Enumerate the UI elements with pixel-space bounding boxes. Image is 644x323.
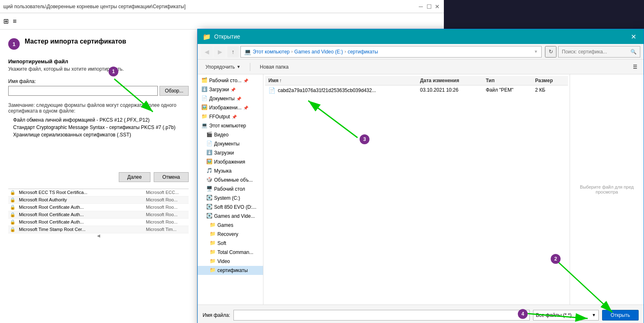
browse-button[interactable]: Обзор... — [159, 86, 189, 96]
folder-icon: 🎵 — [206, 168, 212, 174]
breadcrumb-folder[interactable]: сертификаты — [348, 49, 378, 55]
folder-icon: 💽 — [206, 195, 212, 201]
sidebar-item-label: Музыка — [214, 168, 231, 174]
pin-icon: 📌 — [243, 106, 248, 110]
forward-button[interactable]: ▶ — [214, 46, 226, 58]
sidebar-item-label: Изображени... — [209, 105, 242, 111]
sidebar-item[interactable]: 🖥️Рабочий стол — [198, 185, 263, 194]
sidebar-item[interactable]: 💽System (C:) — [198, 194, 263, 203]
sidebar-item-label: System (C:) — [214, 195, 240, 201]
folder-icon: 📁 — [209, 267, 216, 274]
open-button[interactable]: Открыть — [602, 310, 639, 321]
note-item-3: Хранилище сериализованных сертификатов (… — [13, 132, 189, 138]
dialog-files: Имя ↑ Дата изменения Тип Размер — [263, 74, 644, 305]
cert-name: Microsoft Root Certificate Auth... — [19, 205, 146, 210]
sidebar-item-label: Games — [217, 222, 233, 228]
sidebar-item[interactable]: 🎲Объемные объ... — [198, 175, 263, 185]
file-row[interactable]: 📄 cabd2a79a1076a31f21d253635cb039d432...… — [265, 85, 568, 95]
cert-issuer: Microsoft Roo... — [146, 205, 187, 210]
sidebar-item[interactable]: 📁сертификаты — [198, 266, 263, 275]
sidebar-item[interactable]: 🎬Видео — [198, 130, 263, 139]
sidebar-item[interactable]: 📁Soft — [198, 239, 263, 248]
wizard-description: Укажите файл, который вы хотите импортир… — [8, 66, 189, 72]
sidebar-item[interactable]: 💽Soft 850 EVO (D:... — [198, 203, 263, 212]
sidebar-item[interactable]: 💻Этот компьютер — [198, 121, 263, 130]
sidebar-item[interactable]: 🎵Музыка — [198, 166, 263, 175]
folder-icon: 📁 — [209, 258, 216, 265]
note-item-2: Стандарт Cryptographic Message Syntax - … — [13, 125, 189, 130]
sidebar-item-label: Загрузки — [214, 150, 234, 156]
filetype-dropdown[interactable]: Все файлы (*.*) ▼ — [533, 310, 599, 321]
sidebar-item[interactable]: 📁FFOutput📌 — [198, 112, 263, 121]
folder-icon: 🖼️ — [206, 159, 212, 165]
cert-name: Microsoft ECC TS Root Certifica... — [19, 190, 146, 195]
col-size[interactable]: Размер — [533, 77, 566, 84]
breadcrumb-computer[interactable]: Этот компьютер — [253, 49, 290, 55]
folder-icon: 📁 — [209, 222, 216, 228]
sidebar-item-label: Видео — [214, 132, 229, 138]
wizard-title: Мастер импорта сертификатов — [25, 38, 126, 45]
sidebar-item[interactable]: 📁Recovery — [198, 230, 263, 239]
cert-list-row[interactable]: 🔒Microsoft Root Certificate Auth...Micro… — [8, 204, 189, 211]
file-list-area: Имя ↑ Дата изменения Тип Размер — [263, 74, 570, 305]
toolbar-separator — [250, 63, 250, 71]
sidebar-item-label: Video — [217, 258, 230, 264]
dialog-close-button[interactable]: ✕ — [628, 31, 639, 42]
sidebar-item[interactable]: 🖼️Изображени...📌 — [198, 103, 263, 112]
folder-icon: 🎬 — [206, 132, 212, 138]
sidebar-item-label: Soft 850 EVO (D:... — [214, 204, 256, 210]
col-type[interactable]: Тип — [484, 77, 533, 84]
search-input[interactable] — [562, 49, 630, 55]
organize-label: Упорядочить — [205, 64, 235, 70]
cert-issuer: Microsoft Tim... — [146, 227, 187, 232]
view-icon: ☰ — [633, 64, 637, 70]
sidebar-item[interactable]: 💽Games and Vide... — [198, 212, 263, 221]
dialog-title-icon: 📁 — [203, 33, 211, 41]
cert-icon: 🔒 — [10, 190, 17, 195]
sidebar-item[interactable]: 📁Video — [198, 257, 263, 266]
organize-button[interactable]: Упорядочить ▼ — [201, 62, 245, 72]
filename-label: Имя файла: — [8, 78, 189, 84]
file-date: 03.10.2021 10:26 — [418, 87, 484, 94]
cert-icon: 🔒 — [10, 197, 17, 203]
folder-icon: ⬇️ — [201, 86, 208, 93]
refresh-button[interactable]: ↻ — [545, 46, 556, 58]
sidebar-item[interactable]: ⬇️Загрузки — [198, 148, 263, 157]
cert-list-row[interactable]: 🔒Microsoft Root Certificate Auth...Micro… — [8, 219, 189, 226]
sidebar-item[interactable]: 📁Total Comman... — [198, 248, 263, 257]
sidebar-item[interactable]: 📁Games — [198, 221, 263, 230]
cert-list-row[interactable]: 🔒Microsoft Root Certificate Auth...Micro… — [8, 211, 189, 219]
cert-list-row[interactable]: 🔒Microsoft Root AuthorityMicrosoft Roo..… — [8, 196, 189, 204]
new-folder-button[interactable]: Новая папка — [255, 62, 293, 72]
up-button[interactable]: ↑ — [227, 46, 239, 58]
note-section: Замечание: следующие форматы файлов могу… — [8, 102, 189, 114]
search-icon: 🔍 — [630, 49, 637, 55]
cert-issuer: Microsoft ECC... — [146, 190, 187, 195]
view-options-button[interactable]: ☰ — [630, 62, 640, 72]
toolbar-icon2[interactable]: ≡ — [13, 18, 16, 25]
folder-icon: 📄 — [201, 95, 208, 102]
cert-list-row[interactable]: 🔒Microsoft Time Stamp Root Cer...Microso… — [8, 226, 189, 233]
cert-issuer: Microsoft Roo... — [146, 212, 187, 217]
toolbar-icon1[interactable]: ⊞ — [3, 17, 9, 25]
sidebar-item-label: Рабочий сто... — [209, 78, 242, 83]
sidebar-item[interactable]: 📄Документы📌 — [198, 94, 263, 103]
dialog-main: 🗂️Рабочий сто...📌⬇️Загрузки📌📄Документы📌🖼… — [198, 74, 644, 305]
cert-icon: 🔒 — [10, 227, 17, 232]
sidebar-item[interactable]: 🖼️Изображения — [198, 157, 263, 166]
sidebar-item[interactable]: 📄Документы — [198, 139, 263, 148]
cert-icon: 🔒 — [10, 219, 17, 225]
sidebar-item[interactable]: ⬇️Загрузки📌 — [198, 85, 263, 94]
cert-list-row[interactable]: 🔒Microsoft ECC TS Root Certifica...Micro… — [8, 189, 189, 196]
back-button[interactable]: ◀ — [201, 46, 212, 58]
bottom-filename-input[interactable] — [233, 310, 530, 321]
cancel-button[interactable]: Отмена — [154, 172, 189, 182]
next-button[interactable]: Далее — [119, 172, 150, 182]
sidebar-item-label: Документы — [214, 141, 240, 147]
filetype-label: Все файлы (*.*) — [536, 312, 572, 318]
col-date[interactable]: Дата изменения — [418, 77, 484, 84]
col-name[interactable]: Имя ↑ — [267, 77, 418, 84]
breadcrumb-drive[interactable]: Games and Video (E:) — [294, 49, 343, 55]
sidebar-item[interactable]: 🗂️Рабочий сто...📌 — [198, 76, 263, 85]
filename-input[interactable] — [8, 86, 158, 96]
